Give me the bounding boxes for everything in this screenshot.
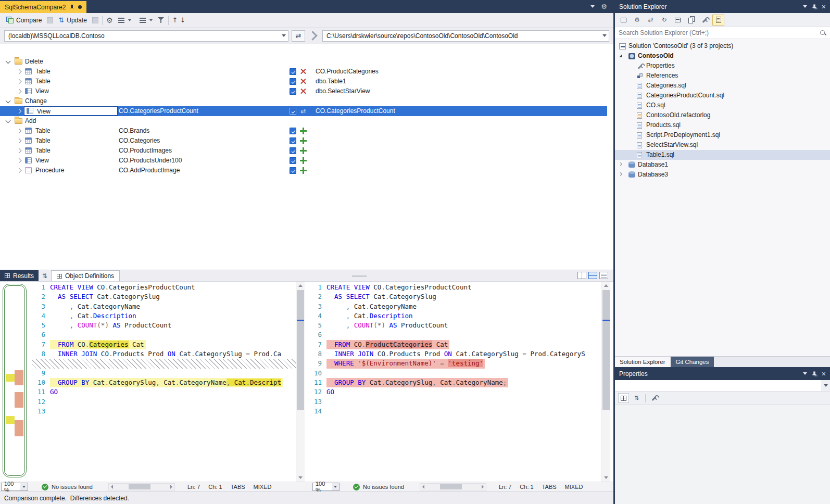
target-zoom-combo[interactable]: 100 % <box>312 483 339 491</box>
target-combo-dropdown[interactable] <box>600 31 609 41</box>
tree-item-properties[interactable]: Properties <box>615 61 830 71</box>
switch-direction-button[interactable]: ⇄ <box>292 30 305 42</box>
source-vertical-scrollbar[interactable] <box>296 282 305 482</box>
tree-item-categories-sql[interactable]: Categories.sql <box>615 81 830 91</box>
tree-item-database3[interactable]: Database3 <box>615 170 830 180</box>
tree-item-solution-contosoold-3-of-3-projects[interactable]: Solution 'ContosoOld' (3 of 3 projects) <box>615 41 830 51</box>
close-icon[interactable]: × <box>822 3 826 10</box>
compare-button[interactable]: Compare <box>3 16 45 25</box>
include-checkbox[interactable] <box>290 157 296 164</box>
scrollbar-thumb[interactable] <box>440 484 462 489</box>
tree-item-co-sql[interactable]: CO.sql <box>615 100 830 110</box>
search-icon[interactable] <box>820 30 826 36</box>
expander-icon[interactable] <box>17 109 22 114</box>
pane-splitter[interactable] <box>305 282 309 482</box>
tree-item-references[interactable]: References <box>615 71 830 81</box>
tab-strip-gear-icon[interactable]: ⚙ <box>601 3 607 10</box>
alphabetical-sort-icon[interactable]: ⇅ <box>631 393 642 403</box>
tree-expander-icon[interactable] <box>619 54 622 57</box>
panel-tab-solution-explorer[interactable]: Solution Explorer <box>615 357 671 367</box>
group-row-add[interactable]: Add <box>0 116 607 126</box>
scroll-right-icon[interactable] <box>480 484 486 490</box>
window-menu-chevron-icon[interactable] <box>803 5 807 8</box>
window-menu-chevron-icon[interactable] <box>803 372 807 375</box>
scrollbar-thumb[interactable] <box>602 290 610 410</box>
solution-search-input[interactable]: Search Solution Explorer (Ctrl+;) <box>615 27 830 39</box>
compare-options-gear-icon[interactable]: ⚙ <box>106 17 113 24</box>
compare-row[interactable]: TableCO.ProductCategories <box>0 67 607 77</box>
expander-icon[interactable] <box>6 98 11 104</box>
compare-row[interactable]: ViewCO.ProductsUnder100 <box>0 156 607 166</box>
target-horizontal-scrollbar[interactable] <box>420 483 486 490</box>
combo-dropdown-icon[interactable] <box>821 380 830 391</box>
tree-item-selectstarview-sql[interactable]: SelectStarView.sql <box>615 140 830 150</box>
scroll-up-icon[interactable] <box>296 282 305 289</box>
scrollbar-thumb[interactable] <box>297 290 304 410</box>
scrollbar-thumb[interactable] <box>129 484 150 489</box>
expander-icon[interactable] <box>17 89 22 94</box>
include-checkbox[interactable] <box>290 167 296 174</box>
target-vertical-scrollbar[interactable] <box>601 282 610 482</box>
inline-layout-icon[interactable] <box>599 272 608 279</box>
scroll-up-icon[interactable] <box>602 282 610 289</box>
include-checkbox[interactable] <box>290 108 296 115</box>
tree-item-contosoold-refactorlog[interactable]: ContosoOld.refactorlog <box>615 110 830 120</box>
include-checkbox[interactable] <box>290 128 296 134</box>
categorized-view-icon[interactable] <box>618 393 629 403</box>
diff-overview-map[interactable] <box>0 282 32 482</box>
compare-row[interactable]: ProcedureCO.AddProductImage <box>0 166 607 175</box>
pin-icon[interactable] <box>812 4 817 10</box>
sort-results-dropdown[interactable] <box>136 17 156 24</box>
compare-row[interactable]: Tabledbo.Table1 <box>0 77 607 86</box>
scope-settings-gear-icon[interactable]: ⚙ <box>631 15 643 26</box>
scroll-down-icon[interactable] <box>296 474 305 482</box>
refresh-icon[interactable]: ↻ <box>658 15 670 26</box>
compare-row[interactable]: TableCO.Brands <box>0 126 607 136</box>
tree-expander-icon[interactable] <box>619 162 622 166</box>
compare-row[interactable]: Viewdbo.SelectStarView <box>0 86 607 96</box>
expander-icon[interactable] <box>6 59 11 64</box>
expander-icon[interactable] <box>17 158 22 163</box>
close-icon[interactable]: × <box>822 370 826 377</box>
tree-item-script-predeployment1-sql[interactable]: Script.PreDeployment1.sql <box>615 130 830 140</box>
include-checkbox[interactable] <box>290 137 296 144</box>
expander-icon[interactable] <box>17 148 22 154</box>
scroll-down-icon[interactable] <box>602 474 610 482</box>
include-checkbox[interactable] <box>290 68 296 75</box>
vertical-split-layout-icon[interactable] <box>577 272 586 279</box>
group-row-delete[interactable]: Delete <box>0 57 607 67</box>
next-difference-icon[interactable]: ↓ <box>180 16 185 24</box>
include-checkbox[interactable] <box>290 88 296 95</box>
tree-item-table1-sql[interactable]: Table1.sql <box>615 150 830 160</box>
pin-icon[interactable] <box>69 4 74 10</box>
expander-icon[interactable] <box>17 138 22 144</box>
target-connection-combo[interactable]: C:\Users\drskwier\source\repos\ContosoOl… <box>322 30 609 42</box>
group-results-dropdown[interactable] <box>115 17 134 24</box>
tree-expander-icon[interactable] <box>619 172 622 176</box>
expander-icon[interactable] <box>17 79 22 84</box>
expander-icon[interactable] <box>17 168 22 173</box>
type-cell-editor[interactable]: View <box>24 106 118 116</box>
zoom-dropdown-icon[interactable] <box>20 483 28 490</box>
tab-object-definitions[interactable]: Object Definitions <box>51 270 120 281</box>
expander-icon[interactable] <box>17 69 22 74</box>
sync-with-active-document-icon[interactable]: ⇄ <box>645 15 657 26</box>
show-all-files-icon[interactable] <box>685 15 697 26</box>
tree-item-database1[interactable]: Database1 <box>615 160 830 170</box>
update-button[interactable]: ⇅ Update <box>55 16 90 25</box>
pin-icon[interactable] <box>812 371 817 377</box>
splitter-grip[interactable] <box>352 274 367 278</box>
property-pages-wrench-icon[interactable] <box>649 393 660 403</box>
horizontal-split-layout-icon[interactable] <box>588 272 597 279</box>
scroll-left-icon[interactable] <box>109 484 115 490</box>
window-menu-chevron-icon[interactable] <box>590 5 595 8</box>
preview-selected-items-icon[interactable] <box>712 15 724 26</box>
zoom-dropdown-icon[interactable] <box>332 483 339 490</box>
source-connection-combo[interactable]: (localdb)\MSSQLLocalDB.Contoso <box>4 30 288 42</box>
expander-icon[interactable] <box>17 129 22 134</box>
source-zoom-combo[interactable]: 100 % <box>1 483 28 491</box>
group-row-change[interactable]: Change <box>0 96 607 106</box>
compare-row[interactable]: TableCO.ProductImages <box>0 146 607 156</box>
properties-wrench-icon[interactable] <box>699 15 711 26</box>
include-checkbox[interactable] <box>290 78 296 85</box>
